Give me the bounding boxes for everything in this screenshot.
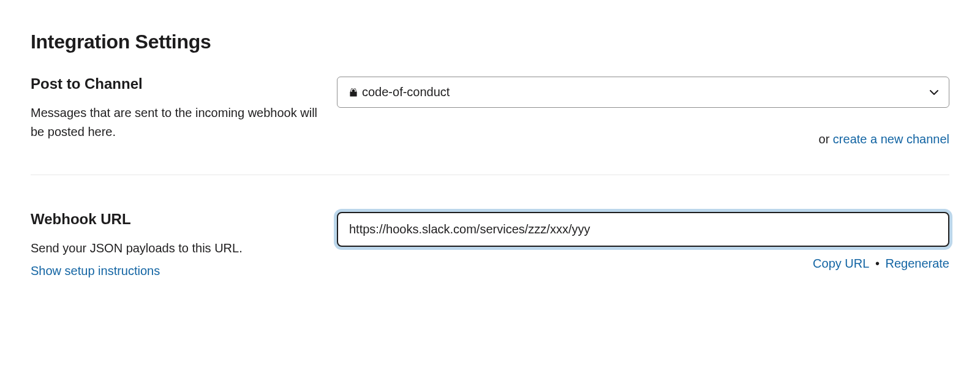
post-to-channel-right: code-of-conduct or create a new channel (337, 75, 949, 146)
lock-icon (350, 88, 357, 97)
show-setup-instructions-link[interactable]: Show setup instructions (31, 264, 160, 278)
action-separator: • (869, 257, 885, 270)
create-channel-link[interactable]: create a new channel (833, 132, 949, 146)
page-title: Integration Settings (31, 31, 949, 53)
webhook-url-section: Webhook URL Send your JSON payloads to t… (31, 211, 949, 278)
webhook-url-left: Webhook URL Send your JSON payloads to t… (31, 211, 337, 278)
copy-url-link[interactable]: Copy URL (813, 257, 869, 270)
or-text: or (819, 132, 833, 146)
webhook-url-input-wrap (337, 212, 949, 247)
webhook-url-right: Copy URL • Regenerate (337, 211, 949, 271)
channel-select-value: code-of-conduct (362, 85, 450, 99)
post-to-channel-heading: Post to Channel (31, 75, 318, 92)
webhook-url-actions: Copy URL • Regenerate (337, 257, 949, 271)
channel-select[interactable]: code-of-conduct (337, 77, 949, 108)
webhook-url-desc: Send your JSON payloads to this URL. (31, 239, 318, 258)
post-to-channel-section: Post to Channel Messages that are sent t… (31, 75, 949, 146)
regenerate-link[interactable]: Regenerate (885, 257, 949, 270)
post-to-channel-left: Post to Channel Messages that are sent t… (31, 75, 337, 141)
webhook-url-heading: Webhook URL (31, 211, 318, 228)
section-divider (31, 175, 949, 175)
post-to-channel-desc: Messages that are sent to the incoming w… (31, 104, 318, 141)
channel-select-wrap: code-of-conduct (337, 77, 949, 108)
webhook-url-input[interactable] (337, 212, 949, 247)
or-create-row: or create a new channel (337, 132, 949, 146)
